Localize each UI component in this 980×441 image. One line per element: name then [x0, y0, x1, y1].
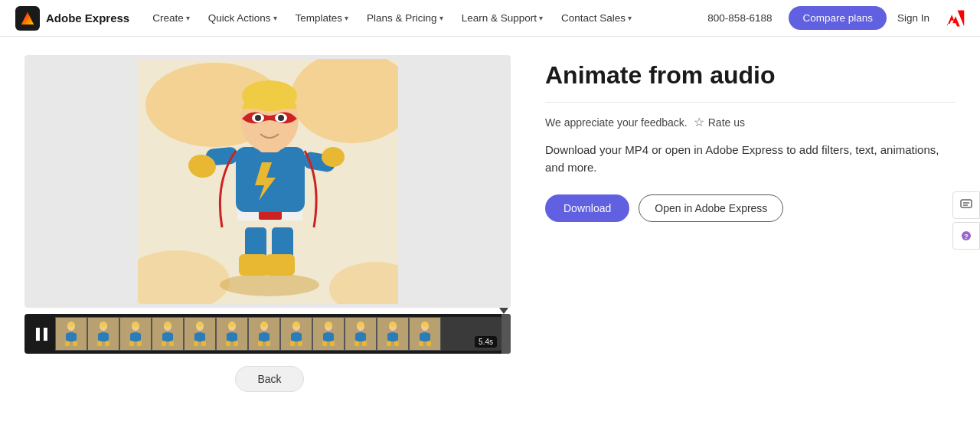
frame-11 [377, 317, 409, 351]
svg-rect-93 [362, 341, 367, 346]
svg-point-96 [357, 322, 364, 327]
svg-point-47 [132, 322, 139, 327]
frame-4 [152, 317, 184, 351]
svg-point-68 [228, 322, 236, 327]
svg-rect-87 [323, 333, 327, 341]
svg-rect-64 [226, 341, 230, 346]
nav-quick-actions[interactable]: Quick Actions ▾ [201, 8, 285, 28]
open-in-express-button[interactable]: Open in Adobe Express [639, 194, 783, 222]
svg-rect-30 [73, 341, 77, 346]
phone-number: 800-858-6188 [700, 8, 779, 28]
svg-rect-58 [201, 341, 206, 346]
navigation: Adobe Express Create ▾ Quick Actions ▾ T… [0, 0, 980, 37]
svg-rect-80 [291, 333, 295, 341]
svg-rect-36 [97, 341, 102, 346]
svg-point-19 [322, 147, 345, 167]
timeline[interactable]: ▐▐ [24, 314, 511, 354]
main-content: ▐▐ [0, 55, 980, 392]
nav-contact-sales[interactable]: Contact Sales ▾ [554, 8, 639, 28]
svg-rect-66 [227, 333, 230, 341]
feedback-text: We appreciate your feedback. [545, 116, 688, 129]
svg-rect-51 [169, 341, 174, 346]
back-container: Back [24, 366, 514, 392]
svg-point-33 [67, 322, 75, 327]
svg-rect-44 [137, 341, 142, 346]
rate-us-button[interactable]: ☆ Rate us [694, 115, 745, 129]
action-buttons: Download Open in Adobe Express [545, 194, 956, 222]
svg-rect-107 [426, 341, 431, 346]
logo-text: Adobe Express [46, 11, 129, 24]
svg-point-89 [325, 322, 332, 327]
rate-us-label: Rate us [708, 116, 745, 129]
svg-rect-95 [362, 333, 366, 341]
adobe-express-icon [15, 6, 40, 31]
svg-rect-102 [394, 333, 398, 341]
nav-create[interactable]: Create ▾ [145, 8, 198, 28]
svg-point-110 [421, 322, 429, 327]
svg-rect-99 [387, 341, 391, 346]
svg-rect-10 [239, 254, 268, 276]
svg-rect-11 [266, 254, 295, 276]
svg-rect-31 [66, 333, 70, 341]
svg-point-5 [138, 250, 230, 304]
timeline-duration: 5.4s [475, 336, 497, 348]
svg-rect-101 [387, 333, 391, 341]
feedback-row: We appreciate your feedback. ☆ Rate us [545, 115, 956, 129]
compare-plans-button[interactable]: Compare plans [789, 6, 887, 30]
right-panel: Animate from audio We appreciate your fe… [545, 55, 956, 392]
svg-rect-46 [137, 333, 141, 341]
frame-strip: 5.4s [55, 317, 501, 351]
svg-point-82 [292, 322, 300, 327]
svg-rect-86 [330, 341, 335, 346]
svg-rect-52 [162, 333, 166, 341]
svg-rect-85 [322, 341, 327, 346]
svg-rect-65 [234, 341, 238, 346]
svg-rect-108 [420, 333, 423, 341]
svg-rect-45 [130, 333, 134, 341]
frame-7 [248, 317, 280, 351]
play-button[interactable]: ▐▐ [24, 328, 55, 340]
svg-rect-72 [266, 341, 270, 346]
svg-rect-79 [298, 341, 302, 346]
chevron-down-icon: ▾ [628, 14, 632, 22]
back-button[interactable]: Back [235, 366, 303, 392]
side-float-panel: ? [952, 191, 980, 250]
frame-5 [184, 317, 216, 351]
svg-rect-50 [162, 341, 166, 346]
logo[interactable]: Adobe Express [15, 6, 129, 31]
svg-rect-71 [258, 341, 263, 346]
feedback-float-button[interactable] [952, 191, 980, 219]
chevron-down-icon: ▾ [186, 14, 190, 22]
svg-rect-73 [259, 333, 263, 341]
page-title: Animate from audio [545, 61, 956, 90]
sign-in-button[interactable]: Sign In [890, 8, 937, 28]
svg-rect-67 [234, 333, 237, 341]
svg-rect-81 [298, 333, 302, 341]
svg-rect-38 [98, 333, 102, 341]
frame-2 [87, 317, 119, 351]
description-text: Download your MP4 or open in Adobe Expre… [545, 142, 956, 176]
svg-rect-88 [330, 333, 334, 341]
svg-rect-43 [129, 341, 134, 346]
svg-point-103 [389, 322, 397, 327]
chevron-down-icon: ▾ [345, 14, 348, 22]
svg-rect-39 [105, 333, 109, 341]
timeline-wrapper: ▐▐ [24, 314, 514, 354]
frame-12 [409, 317, 441, 351]
feedback-icon [960, 199, 972, 211]
adobe-logo-icon [946, 9, 965, 28]
frame-3 [119, 317, 152, 351]
timeline-handle[interactable] [501, 314, 511, 354]
nav-learn-support[interactable]: Learn & Support ▾ [454, 8, 550, 28]
nav-templates[interactable]: Templates ▾ [288, 8, 357, 28]
svg-rect-60 [201, 333, 205, 341]
help-float-button[interactable]: ? [952, 222, 980, 250]
download-button[interactable]: Download [545, 194, 629, 222]
chevron-down-icon: ▾ [539, 14, 543, 22]
frame-1 [55, 317, 87, 351]
frame-9 [312, 317, 345, 351]
chevron-down-icon: ▾ [273, 14, 277, 22]
svg-rect-32 [73, 333, 77, 341]
svg-rect-111 [961, 200, 972, 207]
nav-plans-pricing[interactable]: Plans & Pricing ▾ [359, 8, 451, 28]
